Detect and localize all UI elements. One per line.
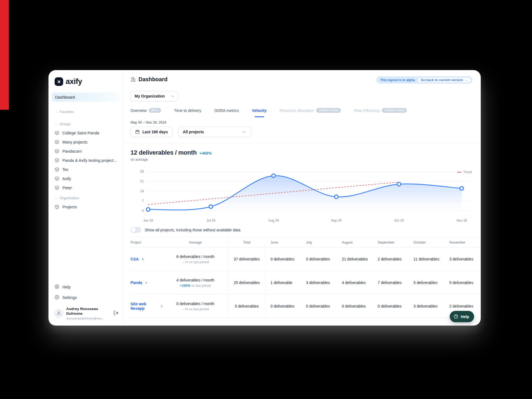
logout-icon[interactable] — [113, 310, 119, 317]
organization-selector[interactable]: My Organization — [131, 91, 178, 101]
sidebar-item-college-saint-panda[interactable]: College Saint-Panda — [48, 128, 123, 137]
user-name: Audrey Rousseau Dufresne — [66, 307, 108, 316]
group-label: Axify — [62, 177, 71, 181]
velocity-chart-section: 12 deliverables / month +468% on average… — [123, 143, 481, 224]
box-icon — [55, 204, 59, 209]
avatar — [54, 309, 63, 318]
project-name: Panda — [131, 280, 142, 285]
month-cell: 0 deliverables — [301, 295, 337, 318]
tab-velocity[interactable]: Velocity — [252, 108, 267, 113]
month-cell: 0 deliverables — [301, 247, 337, 271]
favorites-section-label: Favorites — [60, 110, 74, 114]
chevron-down-icon — [171, 94, 175, 98]
metric-headline: 12 deliverables / month — [131, 149, 197, 156]
groups-section-label: Groups — [60, 122, 71, 126]
chevron-right-icon — [144, 281, 148, 285]
building-icon — [131, 77, 136, 82]
svg-text:Sep 29: Sep 29 — [331, 219, 342, 222]
month-cell: 11 deliverables — [409, 247, 445, 271]
organization-section-label: Organization — [60, 196, 79, 200]
layers-icon — [55, 158, 59, 163]
sidebar-item-many-projects[interactable]: Many projects — [48, 137, 123, 147]
group-label: Panda & Axify testing project... — [62, 158, 117, 163]
tab-dora-metrics[interactable]: DORA metrics — [214, 108, 239, 113]
tab-bar: Overview BETA Time to delivery DORA metr… — [123, 108, 481, 113]
date-range-label: May 30 – Nov 26, 2024 — [123, 121, 481, 124]
sidebar-item-tec[interactable]: Tec — [48, 165, 123, 174]
delta-value: ---% — [182, 307, 188, 311]
col-header-project: Project — [131, 237, 163, 247]
sidebar-item-axify[interactable]: Axify — [48, 174, 123, 183]
svg-text:Aug 29: Aug 29 — [268, 219, 279, 222]
sidebar-dashboard-label: Dashboard — [55, 95, 75, 99]
coming-soon-badge: COMING SOON — [382, 108, 407, 113]
show-all-projects-toggle[interactable] — [131, 227, 141, 233]
sidebar-item-settings[interactable]: Settings — [48, 292, 123, 303]
main-header: Dashboard This layout is in alpha Go bac… — [123, 76, 481, 84]
period-selector-button[interactable]: Last 180 days — [131, 127, 173, 137]
sidebar-item-panda-axify-testing[interactable]: Panda & Axify testing project... — [48, 156, 123, 165]
month-cell: 3 deliverables — [409, 295, 445, 318]
table-row-project-cell: Panda — [131, 271, 163, 295]
total-cell: 5 deliverables — [227, 295, 266, 318]
go-back-button[interactable]: Go back to current version → — [418, 77, 471, 83]
month-cell: 5 deliverables — [409, 271, 445, 295]
chevron-right-icon — [141, 257, 145, 261]
svg-text:28: 28 — [140, 170, 144, 173]
toggle-knob — [131, 227, 136, 232]
svg-text:7: 7 — [142, 199, 144, 203]
svg-text:0: 0 — [142, 209, 144, 213]
help-fab-label: Help — [461, 314, 469, 319]
projects-filter-select[interactable]: All projects — [178, 127, 251, 137]
sidebar-item-peter[interactable]: Peter — [48, 183, 123, 192]
desktop-stage: axify Dashboard Favorites Groups College… — [0, 0, 532, 399]
sidebar-section-favorites[interactable]: Favorites — [48, 110, 123, 114]
tab-label: Time to delivery — [174, 108, 201, 113]
svg-text:Jun 29: Jun 29 — [143, 219, 153, 222]
group-label: College Saint-Panda — [62, 131, 99, 135]
user-email: arousseaudufresne@nex... — [66, 317, 108, 320]
brand-wordmark: axify — [66, 77, 82, 86]
tab-label: Velocity — [252, 108, 267, 113]
sidebar-section-groups[interactable]: Groups — [48, 122, 123, 126]
sidebar-item-pandacorn[interactable]: Pandacorn — [48, 147, 123, 156]
alpha-message: This layout is in alpha — [380, 78, 415, 82]
tab-time-to-delivery[interactable]: Time to delivery — [174, 108, 201, 113]
coming-soon-badge: COMING SOON — [316, 108, 341, 113]
table-row-project-cell: Site web Nexapp — [131, 295, 163, 318]
delta-value: ---% — [182, 260, 188, 264]
table-row-project-cell: CSA — [131, 247, 163, 271]
help-fab-button[interactable]: Help — [450, 311, 474, 322]
average-cell: 4 deliverables / month +150% vs last per… — [163, 271, 227, 295]
life-buoy-icon — [55, 284, 59, 290]
month-cell: 0 deliverables — [266, 295, 301, 318]
layers-icon — [55, 140, 59, 144]
sidebar-item-projects[interactable]: Projects — [48, 202, 123, 211]
layers-icon — [55, 131, 59, 135]
trend-legend: Trend — [457, 170, 472, 174]
settings-label: Settings — [62, 295, 77, 300]
average-value: 6 deliverables / month — [177, 254, 214, 259]
delta-value: +150% — [180, 284, 190, 288]
period-label: Last 180 days — [142, 130, 168, 134]
layers-icon — [55, 176, 59, 181]
col-header-october: October — [409, 237, 445, 247]
tab-overview[interactable]: Overview BETA — [131, 108, 161, 113]
month-cell: 3 deliverables — [301, 271, 337, 295]
brand-logo[interactable]: axify — [48, 77, 123, 86]
filter-row: Last 180 days All projects — [123, 127, 481, 137]
show-all-projects-toggle-row: Show all projects, including those witho… — [123, 227, 481, 233]
trend-swatch — [457, 172, 461, 173]
month-cell: 0 deliverables — [337, 295, 373, 318]
sidebar-item-dashboard[interactable]: Dashboard — [52, 93, 120, 102]
delta-suffix: vs last period — [191, 284, 211, 288]
tab-flow-efficiency: Flow Efficiency COMING SOON — [354, 108, 407, 113]
svg-text:14: 14 — [140, 189, 144, 193]
sidebar-item-help[interactable]: Help — [48, 282, 123, 292]
project-link-csa[interactable]: CSA — [131, 257, 145, 261]
user-profile[interactable]: Audrey Rousseau Dufresne arousseaudufres… — [48, 305, 123, 321]
project-link-site-web-nexapp[interactable]: Site web Nexapp — [131, 302, 163, 311]
sidebar-section-organization[interactable]: Organization — [48, 196, 123, 200]
project-link-panda[interactable]: Panda — [131, 280, 148, 285]
projects-label: Projects — [62, 205, 77, 209]
